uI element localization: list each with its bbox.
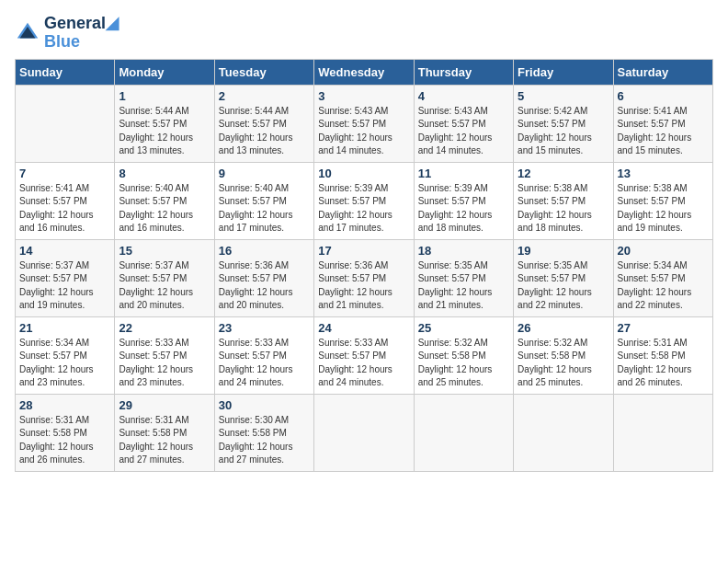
day-number: 11 [418,167,509,180]
header-cell-wednesday: Wednesday [314,59,414,85]
header-cell-sunday: Sunday [16,59,115,85]
day-number: 19 [518,244,609,258]
day-info: Sunrise: 5:42 AM Sunset: 5:57 PM Dayligh… [518,105,609,158]
day-cell [16,85,115,162]
day-cell [613,394,712,471]
day-number: 17 [318,244,409,258]
calendar-table: SundayMondayTuesdayWednesdayThursdayFrid… [15,59,713,472]
logo-text: General◢ Blue [44,15,119,52]
day-number: 20 [618,244,709,258]
day-number: 13 [618,167,709,180]
day-cell: 12Sunrise: 5:38 AM Sunset: 5:57 PM Dayli… [514,162,613,239]
day-info: Sunrise: 5:40 AM Sunset: 5:57 PM Dayligh… [119,182,210,236]
logo: General◢ Blue [15,15,119,52]
week-row-5: 28Sunrise: 5:31 AM Sunset: 5:58 PM Dayli… [16,394,713,471]
day-cell [514,394,613,471]
day-info: Sunrise: 5:41 AM Sunset: 5:57 PM Dayligh… [618,105,709,158]
day-number: 27 [618,321,709,335]
day-info: Sunrise: 5:41 AM Sunset: 5:57 PM Dayligh… [19,182,110,236]
day-cell: 26Sunrise: 5:32 AM Sunset: 5:58 PM Dayli… [514,316,613,394]
day-info: Sunrise: 5:40 AM Sunset: 5:57 PM Dayligh… [219,182,310,236]
day-cell: 11Sunrise: 5:39 AM Sunset: 5:57 PM Dayli… [414,162,513,239]
day-info: Sunrise: 5:33 AM Sunset: 5:57 PM Dayligh… [318,337,409,390]
day-number: 3 [318,89,409,103]
day-info: Sunrise: 5:34 AM Sunset: 5:57 PM Dayligh… [618,259,709,313]
day-info: Sunrise: 5:32 AM Sunset: 5:58 PM Dayligh… [518,337,609,390]
day-number: 28 [19,398,110,412]
day-info: Sunrise: 5:43 AM Sunset: 5:57 PM Dayligh… [318,105,409,158]
header-cell-thursday: Thursday [414,59,513,85]
day-number: 1 [119,89,210,103]
day-number: 22 [119,321,210,335]
day-cell: 2Sunrise: 5:44 AM Sunset: 5:57 PM Daylig… [214,85,313,162]
day-cell: 25Sunrise: 5:32 AM Sunset: 5:58 PM Dayli… [414,316,513,394]
week-row-4: 21Sunrise: 5:34 AM Sunset: 5:57 PM Dayli… [16,316,713,394]
day-info: Sunrise: 5:44 AM Sunset: 5:57 PM Dayligh… [119,105,210,158]
day-cell [414,394,513,471]
day-number: 26 [518,321,609,335]
day-number: 15 [119,244,210,258]
day-cell: 24Sunrise: 5:33 AM Sunset: 5:57 PM Dayli… [314,316,414,394]
day-number: 30 [219,398,310,412]
day-number: 8 [119,167,210,180]
day-number: 18 [418,244,509,258]
header-cell-monday: Monday [115,59,214,85]
header-cell-tuesday: Tuesday [214,59,313,85]
day-cell: 20Sunrise: 5:34 AM Sunset: 5:57 PM Dayli… [613,239,712,316]
day-cell: 23Sunrise: 5:33 AM Sunset: 5:57 PM Dayli… [214,316,313,394]
week-row-1: 1Sunrise: 5:44 AM Sunset: 5:57 PM Daylig… [16,85,713,162]
header-cell-friday: Friday [514,59,613,85]
calendar-header: SundayMondayTuesdayWednesdayThursdayFrid… [16,59,713,85]
day-cell: 13Sunrise: 5:38 AM Sunset: 5:57 PM Dayli… [613,162,712,239]
day-cell: 4Sunrise: 5:43 AM Sunset: 5:57 PM Daylig… [414,85,513,162]
day-info: Sunrise: 5:38 AM Sunset: 5:57 PM Dayligh… [518,182,609,236]
day-cell: 27Sunrise: 5:31 AM Sunset: 5:58 PM Dayli… [613,316,712,394]
day-number: 2 [219,89,310,103]
day-cell: 14Sunrise: 5:37 AM Sunset: 5:57 PM Dayli… [16,239,115,316]
day-info: Sunrise: 5:43 AM Sunset: 5:57 PM Dayligh… [418,105,509,158]
day-cell: 18Sunrise: 5:35 AM Sunset: 5:57 PM Dayli… [414,239,513,316]
day-cell: 29Sunrise: 5:31 AM Sunset: 5:58 PM Dayli… [115,394,214,471]
day-number: 24 [318,321,409,335]
day-cell: 28Sunrise: 5:31 AM Sunset: 5:58 PM Dayli… [16,394,115,471]
week-row-3: 14Sunrise: 5:37 AM Sunset: 5:57 PM Dayli… [16,239,713,316]
day-number: 12 [518,167,609,180]
header-cell-saturday: Saturday [613,59,712,85]
day-cell: 7Sunrise: 5:41 AM Sunset: 5:57 PM Daylig… [16,162,115,239]
day-number: 9 [219,167,310,180]
day-info: Sunrise: 5:37 AM Sunset: 5:57 PM Dayligh… [119,259,210,313]
day-info: Sunrise: 5:30 AM Sunset: 5:58 PM Dayligh… [219,414,310,467]
day-cell [314,394,414,471]
day-info: Sunrise: 5:39 AM Sunset: 5:57 PM Dayligh… [418,182,509,236]
day-info: Sunrise: 5:31 AM Sunset: 5:58 PM Dayligh… [19,414,110,467]
header-row: SundayMondayTuesdayWednesdayThursdayFrid… [16,59,713,85]
day-info: Sunrise: 5:32 AM Sunset: 5:58 PM Dayligh… [418,337,509,390]
day-info: Sunrise: 5:39 AM Sunset: 5:57 PM Dayligh… [318,182,409,236]
page-header: General◢ Blue [15,15,713,52]
day-info: Sunrise: 5:44 AM Sunset: 5:57 PM Dayligh… [219,105,310,158]
day-cell: 9Sunrise: 5:40 AM Sunset: 5:57 PM Daylig… [214,162,313,239]
day-number: 10 [318,167,409,180]
day-cell: 17Sunrise: 5:36 AM Sunset: 5:57 PM Dayli… [314,239,414,316]
day-info: Sunrise: 5:38 AM Sunset: 5:57 PM Dayligh… [618,182,709,236]
day-number: 7 [19,167,110,180]
day-cell: 1Sunrise: 5:44 AM Sunset: 5:57 PM Daylig… [115,85,214,162]
day-number: 14 [19,244,110,258]
day-cell: 10Sunrise: 5:39 AM Sunset: 5:57 PM Dayli… [314,162,414,239]
day-info: Sunrise: 5:34 AM Sunset: 5:57 PM Dayligh… [19,337,110,390]
day-number: 23 [219,321,310,335]
day-cell: 15Sunrise: 5:37 AM Sunset: 5:57 PM Dayli… [115,239,214,316]
day-info: Sunrise: 5:36 AM Sunset: 5:57 PM Dayligh… [219,259,310,313]
calendar-body: 1Sunrise: 5:44 AM Sunset: 5:57 PM Daylig… [16,85,713,471]
day-cell: 8Sunrise: 5:40 AM Sunset: 5:57 PM Daylig… [115,162,214,239]
day-cell: 3Sunrise: 5:43 AM Sunset: 5:57 PM Daylig… [314,85,414,162]
day-info: Sunrise: 5:33 AM Sunset: 5:57 PM Dayligh… [119,337,210,390]
day-info: Sunrise: 5:35 AM Sunset: 5:57 PM Dayligh… [518,259,609,313]
day-cell: 19Sunrise: 5:35 AM Sunset: 5:57 PM Dayli… [514,239,613,316]
day-number: 4 [418,89,509,103]
week-row-2: 7Sunrise: 5:41 AM Sunset: 5:57 PM Daylig… [16,162,713,239]
day-info: Sunrise: 5:31 AM Sunset: 5:58 PM Dayligh… [618,337,709,390]
day-cell: 30Sunrise: 5:30 AM Sunset: 5:58 PM Dayli… [214,394,313,471]
day-info: Sunrise: 5:33 AM Sunset: 5:57 PM Dayligh… [219,337,310,390]
day-number: 16 [219,244,310,258]
